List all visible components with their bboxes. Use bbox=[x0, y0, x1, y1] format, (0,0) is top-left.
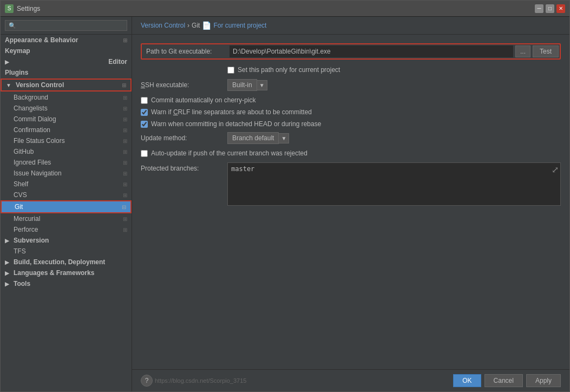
expand-arrow-lang: ▶ bbox=[5, 270, 9, 276]
update-label: Update method: bbox=[141, 134, 227, 142]
search-input[interactable] bbox=[5, 20, 127, 31]
sidebar-item-perforce[interactable]: Perforce ⊞ bbox=[1, 224, 132, 235]
sidebar-item-label: File Status Colors bbox=[14, 137, 65, 145]
sidebar-item-editor[interactable]: ▶ Editor bbox=[1, 56, 132, 67]
main-body: Appearance & Behavior ⊞ Keymap ▶ Editor … bbox=[1, 17, 569, 391]
expand-arrow-build: ▶ bbox=[5, 259, 9, 265]
breadcrumb-sep: › bbox=[187, 22, 189, 29]
close-button[interactable]: ✕ bbox=[556, 4, 565, 13]
commit-auto-label: Commit automatically on cherry-pick bbox=[151, 96, 255, 104]
breadcrumb-vc[interactable]: Version Control bbox=[141, 22, 185, 29]
path-input[interactable] bbox=[230, 45, 513, 57]
warn-crlf-label: Warn if CRLF line separators are about t… bbox=[151, 108, 312, 116]
window-controls: ─ □ ✕ bbox=[535, 4, 565, 13]
sidebar: Appearance & Behavior ⊞ Keymap ▶ Editor … bbox=[1, 17, 132, 391]
sidebar-item-tfs[interactable]: TFS bbox=[1, 246, 132, 257]
main-content: Version Control › Git 📄 For current proj… bbox=[132, 17, 569, 391]
set-path-checkbox[interactable] bbox=[227, 67, 234, 74]
sidebar-item-label: GitHub bbox=[14, 148, 34, 155]
breadcrumb-project-link[interactable]: For current project bbox=[213, 22, 266, 29]
sidebar-item-issue-navigation[interactable]: Issue Navigation ⊞ bbox=[1, 168, 132, 179]
sidebar-item-languages[interactable]: ▶ Languages & Frameworks bbox=[1, 267, 132, 278]
expand-arrow-vc: ▼ bbox=[6, 82, 11, 88]
cancel-button[interactable]: Cancel bbox=[484, 374, 523, 387]
expand-icon[interactable]: ⤢ bbox=[552, 165, 559, 175]
page-icon: ⊞ bbox=[123, 37, 127, 43]
ssh-dropdown-button[interactable]: ▼ bbox=[257, 80, 267, 90]
sidebar-item-label: Tools bbox=[14, 280, 30, 288]
sidebar-item-appearance[interactable]: Appearance & Behavior ⊞ bbox=[1, 35, 132, 45]
sidebar-item-keymap[interactable]: Keymap bbox=[1, 45, 132, 56]
page-icon: ⊞ bbox=[123, 227, 127, 233]
warn-crlf-checkbox[interactable] bbox=[141, 109, 148, 116]
sidebar-item-version-control[interactable]: ▼ Version Control ⊞ bbox=[1, 79, 132, 92]
page-icon-git: ⊟ bbox=[122, 204, 126, 210]
page-icon: ⊞ bbox=[123, 116, 127, 122]
sidebar-item-mercurial[interactable]: Mercurial ⊞ bbox=[1, 213, 132, 224]
apply-button[interactable]: Apply bbox=[526, 374, 561, 387]
title-bar-left: S Settings bbox=[5, 4, 40, 13]
sidebar-item-label: Commit Dialog bbox=[14, 115, 56, 123]
ssh-row: SSH executable: Built-in ▼ bbox=[141, 79, 561, 91]
sidebar-item-subversion[interactable]: ▶ Subversion bbox=[1, 235, 132, 246]
update-value: Branch default bbox=[227, 132, 279, 144]
minimize-button[interactable]: ─ bbox=[535, 4, 543, 13]
sidebar-item-label: TFS bbox=[14, 247, 26, 255]
set-path-row: Set this path only for current project bbox=[141, 66, 561, 74]
sidebar-item-ignored-files[interactable]: Ignored Files ⊞ bbox=[1, 157, 132, 168]
sidebar-item-label: Plugins bbox=[5, 69, 28, 76]
maximize-button[interactable]: □ bbox=[546, 4, 554, 13]
sidebar-item-confirmation[interactable]: Confirmation ⊞ bbox=[1, 125, 132, 135]
sidebar-item-background[interactable]: Background ⊞ bbox=[1, 92, 132, 103]
update-dropdown-wrapper: Branch default ▼ bbox=[227, 132, 289, 144]
sidebar-item-label: Build, Execution, Deployment bbox=[14, 258, 105, 266]
sidebar-item-github[interactable]: GitHub ⊞ bbox=[1, 146, 132, 157]
sidebar-item-cvs[interactable]: CVS ⊞ bbox=[1, 190, 132, 200]
auto-update-label: Auto-update if push of the current branc… bbox=[151, 149, 307, 157]
window-title: Settings bbox=[17, 5, 40, 12]
page-icon: ⊞ bbox=[123, 181, 127, 187]
sidebar-item-label: Languages & Frameworks bbox=[14, 269, 94, 277]
sidebar-item-file-status-colors[interactable]: File Status Colors ⊞ bbox=[1, 135, 132, 146]
help-button[interactable]: ? bbox=[141, 375, 153, 387]
sidebar-item-label: Perforce bbox=[14, 226, 38, 233]
update-dropdown-button[interactable]: ▼ bbox=[279, 133, 289, 143]
browse-button[interactable]: ... bbox=[515, 45, 530, 57]
sidebar-item-changelists[interactable]: Changelists ⊞ bbox=[1, 103, 132, 114]
path-label: Path to Git executable: bbox=[143, 45, 230, 57]
sidebar-item-tools[interactable]: ▶ Tools bbox=[1, 278, 132, 289]
set-path-label: Set this path only for current project bbox=[238, 66, 340, 74]
commit-auto-checkbox[interactable] bbox=[141, 97, 148, 104]
ssh-value: Built-in bbox=[227, 79, 257, 91]
sidebar-item-label: Version Control bbox=[16, 81, 64, 89]
ssh-label: SSH executable: bbox=[141, 81, 227, 89]
page-icon: ⊞ bbox=[123, 95, 127, 101]
auto-update-row: Auto-update if push of the current branc… bbox=[141, 149, 561, 157]
sidebar-item-label: Background bbox=[14, 94, 48, 101]
protected-branches-input[interactable]: master bbox=[227, 162, 561, 206]
sidebar-item-label: Git bbox=[15, 203, 23, 211]
sidebar-item-label: Shelf bbox=[14, 180, 28, 188]
path-to-git-row: Path to Git executable: ... Test bbox=[141, 43, 561, 60]
sidebar-item-build[interactable]: ▶ Build, Execution, Deployment bbox=[1, 257, 132, 267]
ok-button[interactable]: OK bbox=[453, 374, 481, 387]
page-icon: ⊞ bbox=[123, 160, 127, 166]
sidebar-item-git[interactable]: Git ⊟ bbox=[1, 200, 132, 213]
page-icon: ⊞ bbox=[123, 138, 127, 144]
sidebar-item-label: Issue Navigation bbox=[14, 169, 62, 177]
auto-update-checkbox[interactable] bbox=[141, 150, 148, 157]
footer-buttons: OK Cancel Apply bbox=[453, 374, 561, 387]
sidebar-item-plugins[interactable]: Plugins bbox=[1, 67, 132, 78]
title-bar: S Settings ─ □ ✕ bbox=[1, 1, 569, 17]
breadcrumb: Version Control › Git 📄 For current proj… bbox=[132, 17, 569, 35]
expand-arrow: ▶ bbox=[5, 59, 9, 65]
page-icon: ⊞ bbox=[123, 106, 127, 112]
sidebar-item-shelf[interactable]: Shelf ⊞ bbox=[1, 179, 132, 190]
page-icon: ⊞ bbox=[123, 216, 127, 222]
warn-detach-checkbox[interactable] bbox=[141, 121, 148, 128]
warn-detach-label: Warn when committing in detached HEAD or… bbox=[151, 120, 321, 128]
test-button[interactable]: Test bbox=[533, 45, 559, 57]
breadcrumb-icon: 📄 bbox=[202, 21, 211, 30]
sidebar-item-commit-dialog[interactable]: Commit Dialog ⊞ bbox=[1, 114, 132, 125]
page-icon: ⊞ bbox=[123, 192, 127, 198]
